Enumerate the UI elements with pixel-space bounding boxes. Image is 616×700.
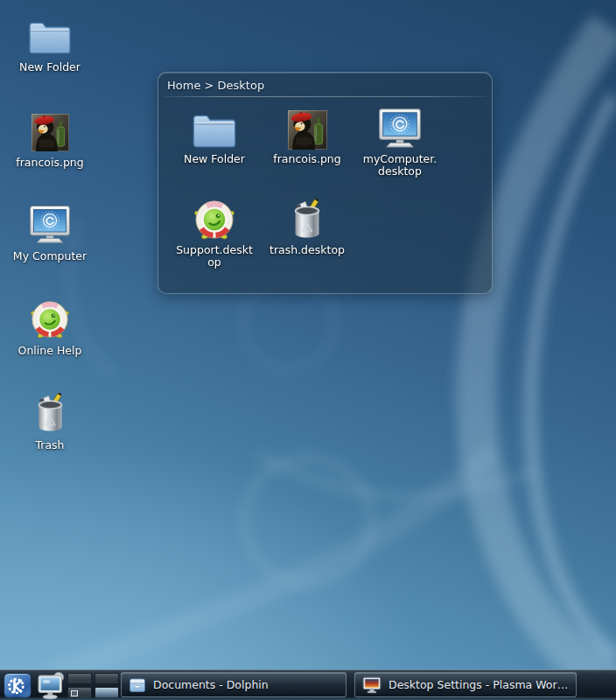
desktop-icon-my-computer[interactable]: My Computer xyxy=(6,203,94,262)
folder-view-widget: Home > Desktop New Folder francois.png m… xyxy=(158,72,493,294)
taskbar-panel: Documents - Dolphin Desktop Settings - P… xyxy=(0,669,616,700)
task-button-label: Desktop Settings - Plasma Workspace xyxy=(388,678,569,691)
folder-icon xyxy=(28,14,72,56)
pager-window-thumbnail xyxy=(71,690,78,696)
kde-menu-button[interactable] xyxy=(4,673,32,698)
folder-view-item-trash-desktop[interactable]: trash.desktop xyxy=(262,195,353,256)
show-desktop-button[interactable] xyxy=(36,671,66,700)
folder-view-item-label: Support.desktop xyxy=(175,244,254,270)
folder-view-item-support-desktop[interactable]: Support.desktop xyxy=(169,195,260,270)
folder-view-item-new-folder[interactable]: New Folder xyxy=(169,104,260,165)
show-desktop-icon xyxy=(36,671,66,700)
task-button-label: Documents - Dolphin xyxy=(153,678,269,691)
folder-view-item-label: francois.png xyxy=(273,153,340,165)
computer-icon xyxy=(378,104,422,150)
folder-view-item-label: trash.desktop xyxy=(270,244,345,256)
lifesaver-help-icon xyxy=(193,195,235,241)
desktop-icon-label: New Folder xyxy=(19,61,80,74)
desktop-icon-label: My Computer xyxy=(13,250,87,262)
folder-view-item-mycomputer-desktop[interactable]: myComputer.desktop xyxy=(354,104,445,178)
pager-desktop-4-active[interactable] xyxy=(94,687,119,698)
desktop-icon-label: Online Help xyxy=(18,345,82,357)
desktop-root: { "desktop": { "icons": [ {"label": "New… xyxy=(0,0,616,700)
folder-view-item-label: New Folder xyxy=(184,153,245,165)
pager-desktop-1[interactable] xyxy=(67,673,92,684)
breadcrumb: Home > Desktop xyxy=(167,79,264,92)
trash-icon xyxy=(33,392,67,434)
computer-icon xyxy=(29,203,71,245)
display-settings-icon xyxy=(362,676,382,694)
desktop-icon-label: Trash xyxy=(35,439,64,452)
virtual-desktop-pager xyxy=(67,673,119,698)
kde-menu-icon xyxy=(5,674,30,698)
task-button-desktop-settings[interactable]: Desktop Settings - Plasma Workspace xyxy=(354,672,577,697)
folder-view-item-francois-png[interactable]: francois.png xyxy=(262,104,353,165)
folder-view-item-label: myComputer.desktop xyxy=(362,153,438,178)
desktop-icon-francois-png[interactable]: francois.png xyxy=(6,109,94,169)
lifesaver-help-icon xyxy=(30,298,70,340)
file-manager-icon xyxy=(129,676,146,694)
image-thumbnail-icon xyxy=(32,109,69,151)
desktop-icon-trash[interactable]: Trash xyxy=(6,392,94,452)
folder-icon xyxy=(192,104,237,150)
image-thumbnail-icon xyxy=(288,104,327,150)
desktop-icon-online-help[interactable]: Online Help xyxy=(6,298,94,357)
pager-desktop-3[interactable] xyxy=(67,687,92,698)
desktop-icon-label: francois.png xyxy=(16,157,83,169)
trash-icon xyxy=(290,195,325,241)
header-separator xyxy=(164,96,486,97)
task-button-dolphin[interactable]: Documents - Dolphin xyxy=(121,672,346,697)
pager-desktop-2[interactable] xyxy=(94,673,119,684)
desktop-icon-new-folder[interactable]: New Folder xyxy=(6,14,94,74)
